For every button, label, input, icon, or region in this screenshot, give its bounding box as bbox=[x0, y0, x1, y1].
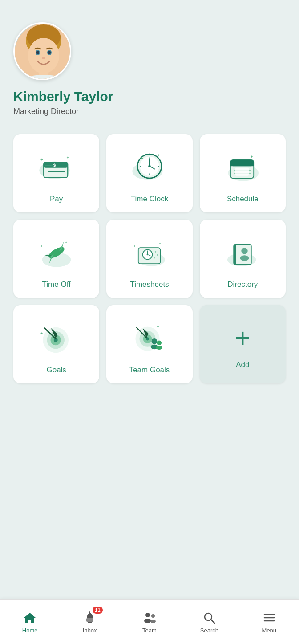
nav-search-label: Search bbox=[200, 627, 218, 634]
nav-home[interactable]: Home bbox=[0, 610, 60, 634]
svg-rect-60 bbox=[234, 245, 252, 265]
inbox-badge: 11 bbox=[93, 607, 102, 614]
tile-add-label: Add bbox=[236, 360, 249, 369]
tile-team-goals[interactable]: + Team Goals bbox=[106, 305, 192, 383]
svg-point-54 bbox=[155, 251, 157, 253]
team-goals-icon: + bbox=[127, 316, 172, 360]
svg-point-82 bbox=[156, 346, 162, 350]
svg-rect-61 bbox=[234, 245, 236, 265]
svg-rect-87 bbox=[88, 622, 92, 623]
svg-point-7 bbox=[48, 51, 51, 54]
svg-point-3 bbox=[28, 38, 59, 73]
nav-search[interactable]: Search bbox=[179, 610, 239, 634]
tile-goals-label: Goals bbox=[46, 366, 66, 375]
svg-text:+: + bbox=[40, 157, 43, 162]
svg-marker-84 bbox=[24, 613, 36, 623]
tile-timesheets[interactable]: + + Timesheets bbox=[106, 220, 192, 298]
svg-point-88 bbox=[145, 613, 150, 617]
svg-text:+: + bbox=[251, 155, 253, 159]
svg-point-63 bbox=[240, 255, 249, 261]
svg-text:+: + bbox=[64, 326, 65, 330]
nav-menu[interactable]: Menu bbox=[239, 610, 299, 634]
home-icon bbox=[22, 610, 37, 625]
svg-point-81 bbox=[157, 340, 162, 345]
user-title: Marketing Director bbox=[13, 107, 79, 116]
svg-rect-36 bbox=[230, 163, 254, 166]
tile-pay-label: Pay bbox=[50, 195, 63, 204]
profile-section: Kimberly Taylor Marketing Director bbox=[13, 22, 286, 116]
tile-time-clock-label: Time Clock bbox=[131, 195, 168, 204]
svg-text:+: + bbox=[40, 331, 43, 336]
menu-icon bbox=[262, 610, 277, 625]
svg-rect-86 bbox=[86, 618, 93, 622]
nav-inbox-label: Inbox bbox=[83, 627, 97, 634]
tile-pay[interactable]: $ ═══ + + Pay bbox=[13, 134, 99, 212]
tile-directory-label: Directory bbox=[227, 280, 258, 289]
nav-team[interactable]: Team bbox=[120, 610, 179, 634]
goals-icon: + + bbox=[34, 316, 79, 360]
tile-schedule-label: Schedule bbox=[227, 195, 259, 204]
inbox-icon: 11 bbox=[82, 610, 97, 625]
svg-point-56 bbox=[154, 257, 155, 259]
nav-team-label: Team bbox=[142, 627, 157, 634]
svg-point-6 bbox=[36, 51, 39, 54]
nav-home-label: Home bbox=[22, 627, 38, 634]
tile-time-clock[interactable]: + Time Clock bbox=[106, 134, 192, 212]
svg-text:+: + bbox=[157, 325, 159, 329]
svg-point-10 bbox=[19, 75, 68, 80]
tile-add[interactable]: + Add bbox=[200, 305, 286, 383]
nav-inbox[interactable]: 11 Inbox bbox=[60, 610, 119, 634]
svg-text:+: + bbox=[159, 241, 161, 245]
tile-schedule[interactable]: + Schedule bbox=[200, 134, 286, 212]
svg-point-55 bbox=[157, 254, 158, 256]
svg-text:+: + bbox=[250, 240, 252, 245]
add-icon: + bbox=[220, 316, 265, 360]
svg-text:+: + bbox=[65, 240, 67, 245]
search-icon bbox=[202, 610, 217, 625]
svg-point-91 bbox=[150, 620, 156, 623]
svg-text:$: $ bbox=[53, 163, 56, 167]
svg-text:═══: ═══ bbox=[44, 163, 53, 167]
time-off-icon: + + bbox=[34, 230, 79, 275]
nav-menu-label: Menu bbox=[262, 627, 277, 634]
svg-rect-39 bbox=[235, 168, 249, 176]
directory-icon: + bbox=[220, 230, 265, 275]
svg-point-90 bbox=[151, 614, 155, 618]
svg-point-89 bbox=[144, 619, 151, 623]
tile-time-off[interactable]: + + Time Off bbox=[13, 220, 99, 298]
tile-directory[interactable]: + Directory bbox=[200, 220, 286, 298]
svg-point-79 bbox=[151, 338, 157, 344]
svg-text:+: + bbox=[66, 155, 69, 160]
user-name: Kimberly Taylor bbox=[13, 89, 113, 104]
app-grid: $ ═══ + + Pay bbox=[13, 134, 286, 383]
avatar bbox=[13, 22, 71, 80]
bottom-nav: Home 11 Inbox Team bbox=[0, 599, 299, 644]
svg-point-62 bbox=[242, 248, 248, 254]
svg-text:+: + bbox=[133, 244, 136, 249]
pay-icon: $ ═══ + + bbox=[34, 145, 79, 189]
svg-line-93 bbox=[211, 620, 214, 623]
main-content: Kimberly Taylor Marketing Director $ ═══… bbox=[0, 0, 299, 644]
svg-text:+: + bbox=[158, 153, 160, 158]
svg-point-8 bbox=[42, 57, 45, 59]
tile-time-off-label: Time Off bbox=[42, 280, 71, 289]
team-icon bbox=[142, 610, 157, 625]
tile-goals[interactable]: + + Goals bbox=[13, 305, 99, 383]
tile-team-goals-label: Team Goals bbox=[129, 366, 170, 375]
tile-timesheets-label: Timesheets bbox=[130, 280, 169, 289]
schedule-icon: + bbox=[220, 145, 265, 189]
svg-text:+: + bbox=[40, 244, 43, 249]
time-clock-icon: + bbox=[127, 145, 172, 189]
timesheets-icon: + + bbox=[127, 230, 172, 275]
